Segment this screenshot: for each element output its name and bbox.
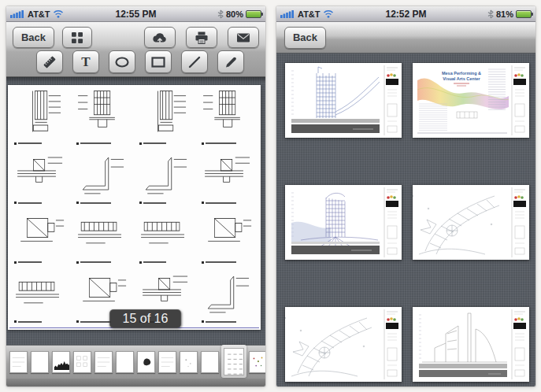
back-button-label: Back bbox=[21, 31, 46, 43]
page-thumbnail[interactable] bbox=[116, 351, 134, 373]
pages-grid-button[interactable] bbox=[62, 27, 92, 48]
detail-drawing bbox=[11, 148, 70, 202]
page-thumbnail[interactable] bbox=[137, 351, 155, 373]
detail-caption bbox=[11, 142, 70, 146]
rectangle-tool-button[interactable] bbox=[145, 50, 172, 73]
grid-icon bbox=[69, 30, 85, 46]
page-thumbnail[interactable] bbox=[94, 351, 113, 373]
page-thumbnail-strip[interactable] bbox=[6, 345, 265, 379]
toolbar-drop-shadow bbox=[6, 77, 265, 83]
page-thumbnail-preview bbox=[53, 352, 69, 372]
sheet-browser-area: Mesa Performing &Visual Arts Center bbox=[276, 54, 535, 386]
bluetooth-icon bbox=[487, 9, 494, 19]
detail-cell bbox=[9, 206, 72, 266]
detail-caption bbox=[11, 261, 70, 264]
status-bar: AT&T 12:52 PM 81% bbox=[276, 6, 535, 22]
detail-drawing bbox=[11, 207, 70, 261]
page-thumbnail-preview bbox=[250, 352, 265, 372]
detail-drawing bbox=[11, 88, 70, 142]
battery-percent-label: 81% bbox=[496, 9, 513, 19]
battery-icon bbox=[516, 10, 532, 18]
page-thumbnail[interactable] bbox=[158, 351, 176, 373]
page-thumbnail[interactable] bbox=[180, 351, 198, 373]
page-thumbnail[interactable] bbox=[9, 351, 28, 373]
print-button[interactable] bbox=[186, 27, 217, 48]
printer-icon bbox=[194, 31, 209, 45]
detail-cell bbox=[197, 87, 259, 147]
detail-drawing bbox=[136, 207, 195, 261]
page-thumbnail[interactable] bbox=[249, 351, 265, 373]
detail-cell bbox=[197, 206, 259, 266]
detail-drawing bbox=[73, 148, 132, 202]
carrier-label: AT&T bbox=[298, 9, 321, 19]
detail-caption bbox=[136, 201, 195, 205]
detail-cell bbox=[9, 266, 72, 326]
site-plan-sheet[interactable] bbox=[413, 185, 529, 260]
bluetooth-icon bbox=[217, 9, 224, 19]
document-page[interactable] bbox=[8, 85, 261, 330]
detail-cell bbox=[135, 206, 197, 266]
detail-caption bbox=[73, 142, 132, 146]
svg-text:Mesa Performing &: Mesa Performing & bbox=[442, 71, 481, 76]
ellipse-icon bbox=[114, 56, 130, 68]
detail-drawing bbox=[198, 267, 258, 320]
pencil-tool-button[interactable] bbox=[217, 50, 244, 73]
detail-cell bbox=[72, 147, 134, 207]
detail-drawing bbox=[73, 88, 132, 142]
sheet-drawing bbox=[285, 185, 402, 260]
detail-drawing bbox=[198, 207, 258, 261]
detail-drawing bbox=[11, 267, 70, 320]
ruler-tool-button[interactable] bbox=[36, 50, 63, 73]
page-thumbnail[interactable] bbox=[224, 348, 244, 375]
detail-drawing bbox=[136, 88, 195, 142]
page-thumbnail-preview bbox=[95, 352, 112, 372]
right-thumbnail-browser-screen: AT&T 12:52 PM 81% Back Mesa Performing &… bbox=[276, 6, 535, 386]
building-elevation-sheet[interactable] bbox=[413, 307, 529, 382]
detail-caption bbox=[136, 142, 195, 146]
back-button-label: Back bbox=[293, 31, 317, 43]
ruler-icon bbox=[41, 54, 58, 71]
detail-drawing bbox=[198, 148, 258, 202]
carrier-label: AT&T bbox=[28, 9, 50, 19]
page-thumbnail-preview bbox=[10, 352, 27, 372]
detail-caption bbox=[198, 320, 258, 324]
detail-drawing bbox=[198, 88, 258, 142]
back-button[interactable]: Back bbox=[13, 27, 54, 48]
status-right-cluster: 80% bbox=[217, 9, 261, 19]
cloud-upload-button[interactable] bbox=[144, 27, 176, 48]
sheet-drawing bbox=[285, 307, 402, 382]
ellipse-tool-button[interactable] bbox=[109, 50, 135, 73]
detail-caption bbox=[198, 142, 258, 146]
page-thumbnail-preview bbox=[159, 352, 176, 372]
back-button[interactable]: Back bbox=[284, 27, 326, 49]
building-section-sheet-2[interactable] bbox=[285, 185, 402, 260]
page-thumbnail[interactable] bbox=[31, 351, 49, 373]
title-sheet[interactable]: Mesa Performing &Visual Arts Center bbox=[413, 63, 529, 138]
wifi-icon bbox=[323, 9, 334, 18]
site-plan-sheet-2[interactable] bbox=[285, 307, 402, 382]
document-view-area: 15 of 16 bbox=[6, 77, 265, 345]
sheet-drawing bbox=[285, 63, 402, 138]
email-button[interactable] bbox=[228, 27, 259, 48]
detail-cell bbox=[135, 147, 197, 207]
rectangle-icon bbox=[150, 56, 166, 68]
pencil-icon bbox=[224, 55, 238, 69]
building-section-sheet[interactable] bbox=[285, 63, 402, 138]
detail-caption bbox=[198, 201, 258, 205]
battery-percent-label: 80% bbox=[226, 9, 243, 19]
detail-caption bbox=[198, 261, 258, 264]
page-thumbnail-preview bbox=[202, 352, 218, 372]
page-thumbnail[interactable] bbox=[201, 351, 219, 373]
thumbnail-strip-footer bbox=[6, 379, 265, 386]
detail-cell bbox=[9, 87, 72, 147]
page-thumbnail[interactable] bbox=[52, 351, 70, 373]
page-thumbnail-preview bbox=[138, 352, 154, 372]
page-thumbnail[interactable] bbox=[73, 351, 91, 373]
text-tool-button[interactable]: T bbox=[72, 50, 99, 73]
detail-cell bbox=[135, 87, 197, 147]
navigation-toolbar: Back bbox=[276, 22, 535, 54]
line-tool-button[interactable] bbox=[181, 50, 208, 73]
cloud-upload-icon bbox=[151, 31, 169, 45]
selected-page-thumbnail-panel[interactable] bbox=[221, 345, 246, 378]
page-thumbnail-preview bbox=[180, 352, 197, 372]
